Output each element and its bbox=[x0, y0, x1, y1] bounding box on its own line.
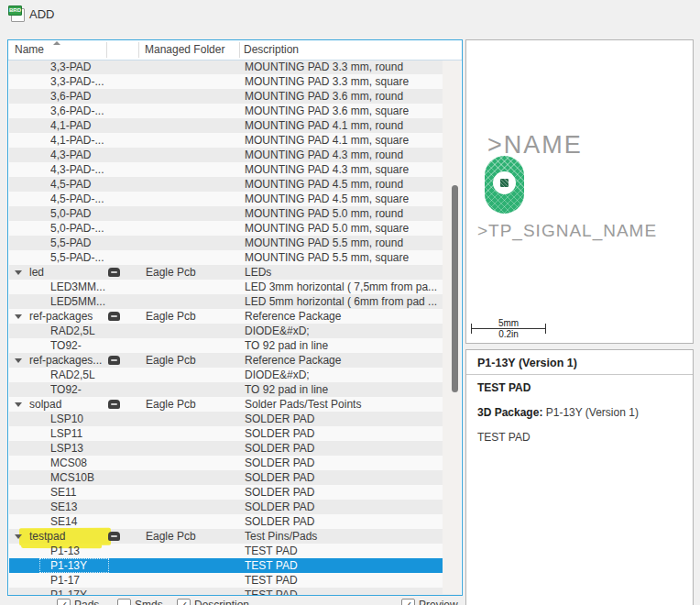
table-row[interactable]: 4,5-PAD-...MOUNTING PAD 4.5 mm, square bbox=[9, 192, 461, 206]
checkbox-label: Smds bbox=[135, 599, 163, 605]
table-row[interactable]: LSP13SOLDER PAD bbox=[9, 441, 461, 456]
cell-name: 3,3-PAD bbox=[50, 60, 107, 74]
dialog-title: ADD bbox=[29, 7, 54, 21]
table-row[interactable]: LED5MM...LED 5mm horizontal ( 6mm from p… bbox=[9, 294, 461, 309]
cell-managed-folder: Eagle Pcb bbox=[146, 265, 237, 280]
cell-description: TO 92 pad in line bbox=[245, 338, 444, 353]
cell-description: SOLDER PAD bbox=[245, 412, 444, 426]
cell-name: LED3MM... bbox=[50, 280, 107, 294]
pads-checkbox-box[interactable]: ✓ bbox=[57, 599, 71, 605]
cell-managed-folder: Eagle Pcb bbox=[146, 529, 237, 544]
table-row[interactable]: 3,3-PAD-...MOUNTING PAD 3.3 mm, square bbox=[9, 74, 461, 89]
library-icon bbox=[108, 312, 120, 321]
cell-description: MOUNTING PAD 4.3 mm, square bbox=[245, 162, 444, 177]
preview-checkbox-box[interactable]: ✓ bbox=[401, 599, 415, 605]
table-row[interactable]: 5,0-PADMOUNTING PAD 5.0 mm, round bbox=[9, 206, 461, 221]
cell-name: MCS10B bbox=[50, 470, 107, 485]
scrollbar-thumb[interactable] bbox=[452, 185, 458, 392]
cell-description: MOUNTING PAD 3.6 mm, round bbox=[245, 89, 444, 104]
table-row[interactable]: TO92-TO 92 pad in line bbox=[9, 338, 461, 353]
cell-description: Reference Package bbox=[245, 353, 444, 368]
brd-document-icon: BRD bbox=[8, 6, 24, 21]
table-row[interactable]: 5,5-PAD-...MOUNTING PAD 5.5 mm, square bbox=[9, 250, 461, 265]
cell-name: LED5MM... bbox=[50, 294, 107, 309]
table-row[interactable]: TO92-TO 92 pad in line bbox=[9, 382, 461, 397]
tree-collapse-arrow-icon[interactable] bbox=[15, 314, 22, 319]
table-row[interactable]: P1-17YTEST PAD bbox=[9, 588, 461, 596]
cell-name: 5,0-PAD bbox=[50, 206, 107, 221]
column-header-description[interactable]: Description bbox=[244, 43, 299, 56]
cell-description: MOUNTING PAD 5.5 mm, round bbox=[245, 236, 444, 250]
cell-name: ref-packages... bbox=[29, 353, 107, 368]
library-icon bbox=[108, 400, 120, 409]
cell-description: DIODE&#xD; bbox=[245, 324, 444, 338]
table-row[interactable]: LED3MM...LED 3mm horizontal ( 7,5mm from… bbox=[9, 280, 461, 294]
cell-description: Test Pins/Pads bbox=[245, 529, 444, 544]
cell-description: TEST PAD bbox=[245, 558, 444, 573]
cell-name: ref-packages bbox=[29, 309, 107, 324]
description-checkbox-box[interactable]: ✓ bbox=[177, 599, 191, 605]
table-row[interactable]: 4,3-PADMOUNTING PAD 4.3 mm, round bbox=[9, 148, 461, 162]
cell-name: SE13 bbox=[50, 500, 107, 514]
table-row[interactable]: P1-17TEST PAD bbox=[9, 573, 461, 588]
cell-description: Solder Pads/Test Points bbox=[245, 397, 444, 412]
table-row[interactable]: SE13SOLDER PAD bbox=[9, 500, 461, 514]
cell-name: 3,6-PAD bbox=[50, 89, 107, 104]
table-row[interactable]: 4,5-PADMOUNTING PAD 4.5 mm, round bbox=[9, 177, 461, 192]
cell-description: Reference Package bbox=[245, 309, 444, 324]
table-row[interactable]: 5,5-PADMOUNTING PAD 5.5 mm, round bbox=[9, 236, 461, 250]
table-row[interactable]: ref-packagesEagle PcbReference Package bbox=[9, 309, 461, 324]
table-row[interactable]: MCS10BSOLDER PAD bbox=[9, 470, 461, 485]
cell-name: RAD2,5L bbox=[50, 368, 107, 382]
cell-name: LSP13 bbox=[50, 441, 107, 456]
table-row[interactable]: 3,3-PADMOUNTING PAD 3.3 mm, round bbox=[9, 60, 461, 74]
table-row[interactable]: RAD2,5LDIODE&#xD; bbox=[9, 324, 461, 338]
table-row[interactable]: SE11SOLDER PAD bbox=[9, 485, 461, 500]
table-rows: 3,3-PADMOUNTING PAD 3.3 mm, round3,3-PAD… bbox=[8, 40, 462, 595]
table-row[interactable]: ledEagle PcbLEDs bbox=[9, 265, 461, 280]
table-row[interactable]: 4,1-PADMOUNTING PAD 4.1 mm, round bbox=[9, 118, 461, 133]
table-row[interactable]: P1-13TEST PAD bbox=[9, 544, 461, 558]
table-row[interactable]: solpadEagle PcbSolder Pads/Test Points bbox=[9, 397, 461, 412]
package-table[interactable]: 3,3-PADMOUNTING PAD 3.3 mm, round3,3-PAD… bbox=[7, 39, 463, 596]
scale-mm-label: 5mm bbox=[471, 318, 546, 328]
library-icon bbox=[108, 268, 120, 277]
smds-checkbox-box[interactable] bbox=[117, 599, 131, 605]
library-icon bbox=[108, 356, 120, 365]
cell-description: LEDs bbox=[245, 265, 444, 280]
tree-collapse-arrow-icon[interactable] bbox=[15, 270, 22, 275]
cell-name: P1-13 bbox=[50, 544, 107, 558]
table-row[interactable]: 4,3-PAD-...MOUNTING PAD 4.3 mm, square bbox=[9, 162, 461, 177]
drill-mark bbox=[500, 179, 509, 187]
cell-description: SOLDER PAD bbox=[245, 456, 444, 470]
table-row[interactable]: 4,1-PAD-...MOUNTING PAD 4.1 mm, square bbox=[9, 133, 461, 148]
table-row[interactable]: SE14SOLDER PAD bbox=[9, 514, 461, 529]
tree-collapse-arrow-icon[interactable] bbox=[15, 402, 22, 407]
column-separator bbox=[106, 42, 107, 58]
table-row[interactable]: 5,0-PAD-...MOUNTING PAD 5.0 mm, square bbox=[9, 221, 461, 236]
vertical-scrollbar[interactable] bbox=[443, 60, 461, 594]
column-header-name[interactable]: Name bbox=[15, 43, 44, 56]
tree-collapse-arrow-icon[interactable] bbox=[15, 534, 22, 539]
tree-collapse-arrow-icon[interactable] bbox=[15, 358, 22, 363]
table-row[interactable]: MCS08SOLDER PAD bbox=[9, 456, 461, 470]
scale-line bbox=[471, 328, 546, 329]
table-row[interactable]: 3,6-PAD-...MOUNTING PAD 3.6 mm, square bbox=[9, 104, 461, 118]
cell-name: 5,5-PAD-... bbox=[50, 250, 107, 265]
table-row[interactable]: P1-13YTEST PAD bbox=[9, 558, 461, 573]
cell-description: SOLDER PAD bbox=[245, 514, 444, 529]
focus-rect bbox=[39, 558, 109, 573]
table-row[interactable]: ref-packages...Eagle PcbReference Packag… bbox=[9, 353, 461, 368]
table-row[interactable]: testpadEagle PcbTest Pins/Pads bbox=[9, 529, 461, 544]
table-row[interactable]: LSP10SOLDER PAD bbox=[9, 412, 461, 426]
table-header[interactable]: Name Managed Folder Description bbox=[8, 40, 462, 60]
table-row[interactable]: RAD2,5LDIODE&#xD; bbox=[9, 368, 461, 382]
table-row[interactable]: 3,6-PADMOUNTING PAD 3.6 mm, round bbox=[9, 89, 461, 104]
scale-bar: 5mm 0.2in bbox=[471, 318, 546, 339]
cell-description: DIODE&#xD; bbox=[245, 368, 444, 382]
column-header-managed-folder[interactable]: Managed Folder bbox=[145, 43, 224, 56]
cell-name: SE11 bbox=[50, 485, 107, 500]
cell-description: LED 3mm horizontal ( 7,5mm from pa... bbox=[245, 280, 444, 294]
table-row[interactable]: LSP11SOLDER PAD bbox=[9, 426, 461, 441]
cell-name: LSP10 bbox=[50, 412, 107, 426]
